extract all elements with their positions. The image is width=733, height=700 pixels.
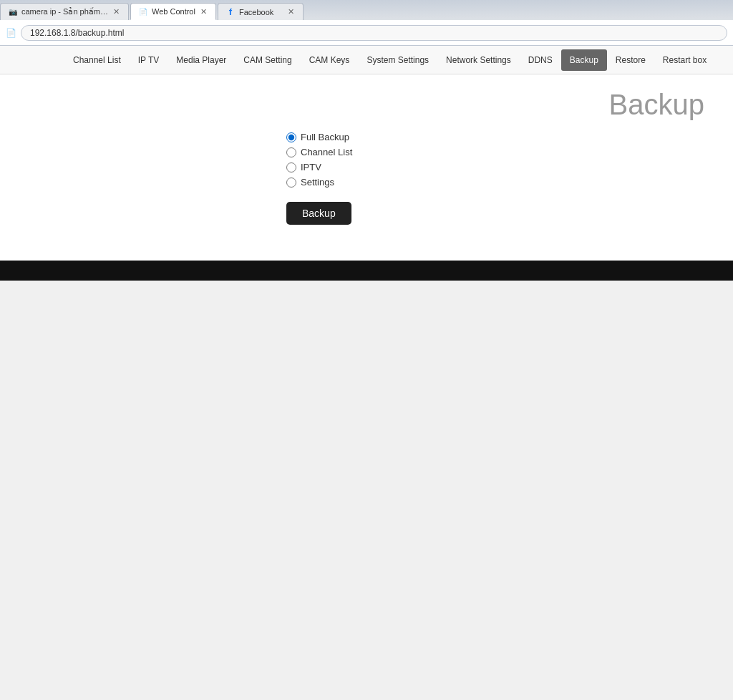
nav-channel-list[interactable]: Channel List	[64, 49, 130, 71]
option-full-backup[interactable]: Full Backup	[286, 132, 352, 142]
nav-system-settings[interactable]: System Settings	[358, 49, 437, 71]
page-icon: 📄	[6, 28, 16, 38]
radio-iptv[interactable]	[286, 162, 296, 172]
nav-restart-box[interactable]: Restart box	[654, 49, 715, 71]
nav-backup[interactable]: Backup	[561, 49, 607, 71]
camera-tab-close[interactable]: ✕	[111, 7, 121, 17]
address-bar: 📄	[0, 20, 733, 46]
full-backup-label: Full Backup	[301, 132, 349, 142]
option-channel-list[interactable]: Channel List	[286, 147, 352, 157]
nav-restore[interactable]: Restore	[607, 49, 654, 71]
iptv-label: IPTV	[301, 162, 321, 172]
nav-iptv[interactable]: IP TV	[130, 49, 168, 71]
nav-media-player[interactable]: Media Player	[168, 49, 235, 71]
nav-ddns[interactable]: DDNS	[520, 49, 561, 71]
tab-facebook[interactable]: f Facebook ✕	[218, 3, 304, 20]
camera-tab-title: camera ip - Sản phẩm ca...	[21, 7, 108, 16]
nav-cam-keys[interactable]: CAM Keys	[301, 49, 359, 71]
channel-list-label: Channel List	[301, 147, 352, 157]
backup-options: Full Backup Channel List IPTV Settings	[286, 132, 352, 188]
address-input[interactable]	[21, 25, 727, 41]
webcontrol-tab-favicon: 📄	[138, 6, 148, 16]
facebook-tab-favicon: f	[225, 7, 236, 17]
backup-button[interactable]: Backup	[286, 202, 351, 225]
backup-form: Full Backup Channel List IPTV Settings	[286, 132, 719, 225]
nav-menu: Channel List IP TV Media Player CAM Sett…	[0, 46, 733, 74]
content-area: Backup Full Backup Channel List IPTV	[0, 74, 733, 261]
settings-label: Settings	[301, 177, 334, 188]
camera-tab-favicon: 📷	[8, 7, 18, 17]
option-settings[interactable]: Settings	[286, 177, 352, 188]
nav-network-settings[interactable]: Network Settings	[437, 49, 520, 71]
radio-settings[interactable]	[286, 178, 296, 188]
page-title: Backup	[609, 89, 704, 121]
radio-full-backup[interactable]	[286, 132, 296, 142]
facebook-tab-close[interactable]: ✕	[286, 7, 296, 17]
option-iptv[interactable]: IPTV	[286, 162, 352, 172]
webcontrol-tab-close[interactable]: ✕	[198, 6, 208, 16]
facebook-tab-title: Facebook	[239, 8, 283, 16]
tab-webcontrol[interactable]: 📄 Web Control ✕	[130, 3, 216, 20]
tab-camera[interactable]: 📷 camera ip - Sản phẩm ca... ✕	[0, 3, 129, 20]
nav-cam-setting[interactable]: CAM Setting	[235, 49, 300, 71]
browser-chrome: 📷 camera ip - Sản phẩm ca... ✕ 📄 Web Con…	[0, 0, 733, 281]
page-area: Channel List IP TV Media Player CAM Sett…	[0, 46, 733, 281]
radio-channel-list[interactable]	[286, 147, 296, 157]
footer-bar	[0, 261, 733, 281]
webcontrol-tab-title: Web Control	[152, 7, 195, 16]
tab-bar: 📷 camera ip - Sản phẩm ca... ✕ 📄 Web Con…	[0, 0, 733, 20]
